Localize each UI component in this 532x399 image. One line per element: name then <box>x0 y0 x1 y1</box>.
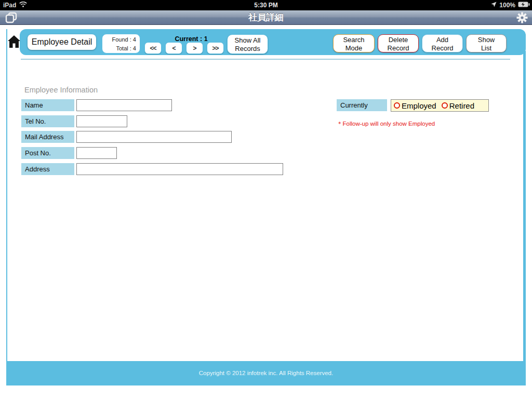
currently-label: Currently <box>337 99 387 111</box>
post-input[interactable] <box>76 147 117 159</box>
employed-radio[interactable] <box>394 102 400 109</box>
status-right: 100% <box>491 0 530 10</box>
nav-bar: 社員詳細 <box>0 10 532 25</box>
name-input[interactable] <box>76 99 172 111</box>
mail-label: Mail Address <box>21 131 74 143</box>
show-list-button[interactable]: Show List <box>466 34 507 52</box>
address-label: Address <box>21 163 74 175</box>
add-record-button[interactable]: Add Record <box>422 34 463 52</box>
post-label: Post No. <box>21 147 74 159</box>
retired-radio[interactable] <box>442 102 448 109</box>
location-arrow-icon <box>491 2 497 9</box>
name-label: Name <box>21 99 74 111</box>
mail-input[interactable] <box>76 131 232 143</box>
address-input[interactable] <box>76 163 283 175</box>
section-title: Employee Information <box>24 86 98 94</box>
window-title: 社員詳細 <box>0 10 532 25</box>
followup-note: ＊Follow-up will only show Employed <box>337 120 435 128</box>
currently-radio-group: Employed Retired <box>391 99 489 112</box>
page-left-border <box>6 29 7 361</box>
home-icon[interactable] <box>7 35 22 49</box>
gear-icon[interactable] <box>516 12 528 23</box>
tel-input[interactable] <box>76 115 127 127</box>
show-all-records-button[interactable]: Show All Records <box>227 34 268 54</box>
windows-icon[interactable] <box>5 12 18 24</box>
delete-record-button[interactable]: Delete Record <box>378 34 419 52</box>
layout-name-button[interactable]: Employee Detail <box>28 34 96 50</box>
toolbar-separator <box>21 59 510 60</box>
current-record-label: Current : 1 <box>170 35 212 43</box>
previous-record-button[interactable]: < <box>165 42 182 54</box>
last-record-button[interactable]: >> <box>207 42 224 54</box>
footer: Copyright © 2012 infotrek inc. All Right… <box>6 361 526 385</box>
clock: 5:30 PM <box>0 0 532 10</box>
status-bar: iPad 5:30 PM 100% <box>0 0 532 10</box>
tel-label: Tel No. <box>21 115 74 127</box>
total-count: Total : 4 <box>102 44 136 53</box>
page-right-border <box>523 51 526 361</box>
search-mode-button[interactable]: Search Mode <box>333 34 375 52</box>
first-record-button[interactable]: << <box>144 42 162 54</box>
found-count: Found : 4 <box>102 35 136 44</box>
employed-option-label: Employed <box>402 101 436 110</box>
record-count-box: Found : 4 Total : 4 <box>102 34 140 54</box>
next-record-button[interactable]: > <box>186 42 203 54</box>
battery-icon <box>518 2 530 9</box>
battery-percent: 100% <box>499 2 515 9</box>
retired-option-label: Retired <box>449 101 474 110</box>
copyright-text: Copyright © 2012 infotrek inc. All Right… <box>199 370 333 376</box>
screen: iPad 5:30 PM 100% <box>0 0 532 399</box>
